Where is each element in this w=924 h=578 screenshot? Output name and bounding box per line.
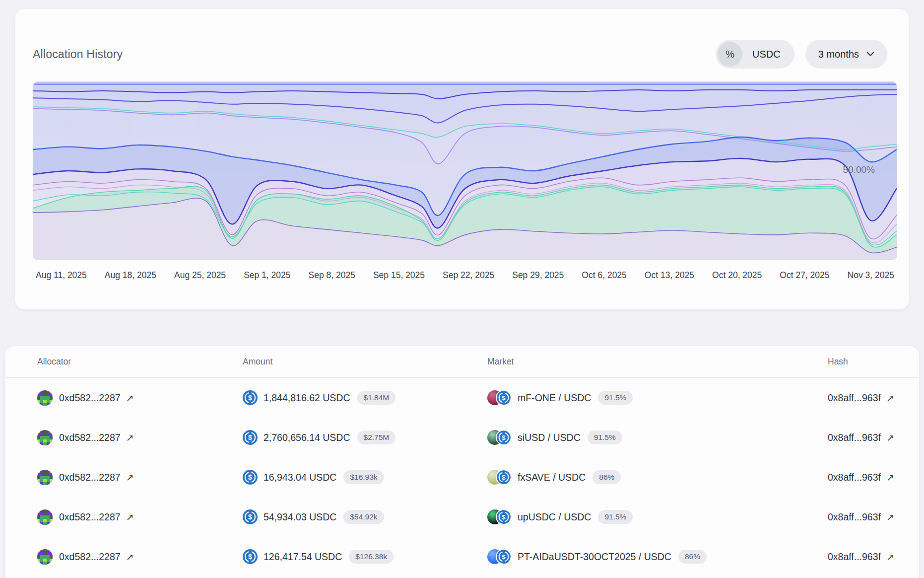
- allocator-link[interactable]: 0xd582...2287 ↗: [59, 432, 134, 443]
- hash-value: 0x8aff...963f: [828, 392, 881, 404]
- column-header-amount: Amount: [243, 357, 487, 367]
- usdc-icon: $: [243, 549, 258, 564]
- usdc-icon: $: [496, 390, 512, 406]
- usdc-icon: $: [496, 509, 512, 525]
- allocator-avatar: [37, 390, 53, 406]
- usdc-icon: $: [496, 469, 512, 485]
- market-name: upUSDC / USDC: [518, 511, 591, 523]
- x-axis-tick: Nov 3, 2025: [848, 270, 894, 281]
- table-row: 0xd582...2287 ↗ $ 126,417.54 USDC $126.3…: [5, 537, 919, 577]
- market-allocation-badge: 91.5%: [588, 431, 622, 444]
- usdc-icon: $: [496, 430, 512, 445]
- x-axis-tick: Sep 15, 2025: [373, 270, 425, 281]
- chevron-down-icon: [866, 52, 874, 57]
- x-axis-tick: Aug 25, 2025: [174, 270, 226, 281]
- usdc-icon: $: [243, 470, 258, 485]
- market-icon-pair: $: [487, 430, 512, 445]
- allocations-table-card: Allocator Amount Market Hash 0xd582...22…: [5, 346, 919, 578]
- hash-link[interactable]: 0x8aff...963f ↗: [828, 511, 894, 523]
- column-header-hash: Hash: [828, 357, 902, 367]
- hash-value: 0x8aff...963f: [828, 432, 881, 443]
- card-title: Allocation History: [33, 48, 123, 61]
- external-link-icon: ↗: [126, 472, 134, 483]
- market-allocation-badge: 91.5%: [598, 391, 633, 405]
- external-link-icon: ↗: [886, 472, 894, 483]
- column-header-allocator: Allocator: [37, 357, 243, 367]
- column-header-market: Market: [487, 357, 828, 367]
- allocator-link[interactable]: 0xd582...2287 ↗: [59, 472, 134, 483]
- usdc-icon: $: [243, 509, 258, 524]
- allocator-avatar: [37, 509, 53, 525]
- hash-link[interactable]: 0x8aff...963f ↗: [828, 392, 894, 404]
- unit-toggle[interactable]: % USDC: [716, 40, 794, 69]
- market-icon-pair: $: [487, 390, 512, 406]
- svg-text:$: $: [502, 553, 506, 561]
- market-name: PT-AIDaUSDT-30OCT2025 / USDC: [518, 551, 671, 563]
- svg-text:$: $: [502, 513, 506, 521]
- market-name: fxSAVE / USDC: [518, 472, 586, 483]
- svg-text:$: $: [248, 394, 252, 402]
- amount-value: 1,844,816.62 USDC: [264, 392, 350, 404]
- market-name: siUSD / USDC: [518, 432, 581, 443]
- x-axis-labels: Aug 11, 2025Aug 18, 2025Aug 25, 2025Sep …: [33, 270, 897, 281]
- table-row: 0xd582...2287 ↗ $ 2,760,656.14 USDC $2.7…: [5, 418, 919, 457]
- external-link-icon: ↗: [886, 511, 894, 523]
- x-axis-tick: Aug 18, 2025: [105, 270, 156, 281]
- external-link-icon: ↗: [886, 432, 894, 443]
- allocator-address: 0xd582...2287: [59, 432, 121, 443]
- external-link-icon: ↗: [886, 392, 894, 404]
- market-icon-pair: $: [487, 509, 512, 525]
- amount-usd-badge: $16.93k: [343, 470, 384, 484]
- allocation-stream-chart[interactable]: 50.00%: [33, 81, 897, 260]
- allocator-address: 0xd582...2287: [59, 472, 121, 483]
- x-axis-tick: Oct 6, 2025: [582, 270, 626, 281]
- percent-icon: %: [726, 49, 734, 60]
- x-axis-tick: Oct 13, 2025: [645, 270, 694, 281]
- table-row: 0xd582...2287 ↗ $ 1,844,816.62 USDC $1.8…: [5, 378, 919, 418]
- hash-link[interactable]: 0x8aff...963f ↗: [828, 472, 894, 483]
- svg-text:$: $: [248, 553, 252, 561]
- usdc-icon: $: [243, 390, 258, 405]
- x-axis-tick: Sep 8, 2025: [309, 270, 355, 281]
- usdc-icon: $: [243, 430, 258, 445]
- amount-value: 54,934.03 USDC: [264, 511, 336, 523]
- svg-text:$: $: [248, 434, 252, 441]
- external-link-icon: ↗: [126, 551, 134, 563]
- percent-toggle-option[interactable]: %: [718, 42, 742, 67]
- allocator-avatar: [37, 549, 53, 565]
- svg-text:$: $: [502, 434, 506, 441]
- allocator-link[interactable]: 0xd582...2287 ↗: [59, 551, 134, 563]
- amount-usd-badge: $54.92k: [343, 510, 384, 524]
- time-range-dropdown[interactable]: 3 months: [805, 40, 887, 69]
- hash-value: 0x8aff...963f: [828, 551, 881, 563]
- hash-value: 0x8aff...963f: [828, 511, 881, 523]
- allocation-history-card: Allocation History % USDC 3 months: [15, 9, 909, 309]
- market-icon-pair: $: [487, 549, 512, 565]
- hash-link[interactable]: 0x8aff...963f ↗: [828, 432, 894, 443]
- amount-usd-badge: $126.38k: [349, 550, 394, 564]
- amount-usd-badge: $2.75M: [357, 431, 396, 444]
- market-icon-pair: $: [487, 469, 512, 485]
- allocator-address: 0xd582...2287: [59, 392, 121, 404]
- allocator-avatar: [37, 470, 53, 485]
- usdc-icon: $: [496, 549, 512, 565]
- stream-chart-canvas: [33, 82, 897, 260]
- svg-text:$: $: [248, 473, 252, 481]
- market-allocation-badge: 91.5%: [598, 510, 633, 524]
- usdc-toggle-option[interactable]: USDC: [752, 49, 781, 60]
- allocator-link[interactable]: 0xd582...2287 ↗: [59, 392, 134, 404]
- table-row: 0xd582...2287 ↗ $ 16,943.04 USDC $16.93k: [5, 457, 919, 497]
- x-axis-tick: Oct 20, 2025: [712, 270, 762, 281]
- external-link-icon: ↗: [126, 432, 134, 443]
- table-row: 0xd582...2287 ↗ $ 54,934.03 USDC $54.92k: [5, 497, 919, 537]
- x-axis-tick: Sep 29, 2025: [512, 270, 564, 281]
- external-link-icon: ↗: [126, 511, 134, 523]
- amount-value: 16,943.04 USDC: [264, 472, 336, 483]
- market-allocation-badge: 86%: [678, 550, 707, 564]
- allocator-link[interactable]: 0xd582...2287 ↗: [59, 511, 134, 523]
- market-name: mF-ONE / USDC: [518, 392, 591, 404]
- x-axis-tick: Sep 22, 2025: [443, 270, 494, 281]
- hash-link[interactable]: 0x8aff...963f ↗: [828, 551, 894, 563]
- x-axis-tick: Aug 11, 2025: [36, 270, 87, 281]
- time-range-value: 3 months: [818, 49, 859, 60]
